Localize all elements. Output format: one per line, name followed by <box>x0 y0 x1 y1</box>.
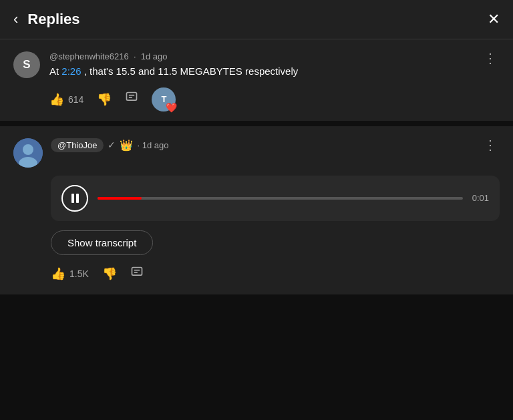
header-left: ‹ Replies <box>13 11 80 28</box>
comment-block: S @stephenwhite6216 · 1d ago At 2:26 , t… <box>0 39 513 121</box>
progress-track <box>98 197 463 200</box>
thumbs-down-icon: 👎 <box>97 92 112 107</box>
reply-header: @ThioJoe ✓ 👑 · 1d ago ⋮ <box>13 138 500 168</box>
reply-left: @ThioJoe ✓ 👑 · 1d ago <box>13 138 168 168</box>
reaction-avatar: T ❤️ <box>152 87 176 112</box>
comment-meta: @stephenwhite6216 · 1d ago <box>49 51 298 61</box>
comment-content: @stephenwhite6216 · 1d ago At 2:26 , tha… <box>49 51 298 79</box>
reply-thumbs-down-icon: 👎 <box>102 266 117 281</box>
close-button[interactable]: ✕ <box>488 11 500 28</box>
like-count: 614 <box>68 94 83 105</box>
time-display: 0:01 <box>472 193 489 203</box>
like-button[interactable]: 👍 614 <box>49 92 83 107</box>
progress-bar-container[interactable] <box>98 197 463 200</box>
reply-avatar[interactable] <box>13 138 43 168</box>
svg-point-4 <box>23 144 33 155</box>
reply-like-button[interactable]: 👍 1.5K <box>51 266 89 281</box>
thumbs-up-icon: 👍 <box>49 92 64 107</box>
timestamp-link[interactable]: 2:26 <box>61 65 81 77</box>
comment-left: S @stephenwhite6216 · 1d ago At 2:26 , t… <box>13 51 298 79</box>
avatar: S <box>13 51 40 78</box>
reply-meta-content: @ThioJoe ✓ 👑 · 1d ago <box>51 138 168 155</box>
page-title: Replies <box>27 11 79 28</box>
reply-block: @ThioJoe ✓ 👑 · 1d ago ⋮ 0:01 Show transc… <box>0 126 513 294</box>
comment-time: 1d ago <box>141 51 168 61</box>
heart-badge: ❤️ <box>166 102 177 113</box>
comment-actions: 👍 614 👎 T ❤️ <box>13 87 500 112</box>
comment-username[interactable]: @stephenwhite6216 <box>49 51 129 61</box>
reply-comment-icon <box>130 266 144 282</box>
verified-icon: ✓ <box>108 140 116 150</box>
reply-dislike-button[interactable]: 👎 <box>102 266 117 281</box>
pause-button[interactable] <box>61 185 88 212</box>
pause-icon <box>71 194 79 203</box>
back-button[interactable]: ‹ <box>13 12 18 27</box>
dislike-button[interactable]: 👎 <box>97 92 112 107</box>
comment-icon <box>125 91 138 108</box>
svg-rect-0 <box>127 93 137 101</box>
reply-like-count: 1.5K <box>69 268 89 279</box>
reply-time: · 1d ago <box>137 140 168 150</box>
comment-more-button[interactable]: ⋮ <box>481 51 500 65</box>
crown-icon: 👑 <box>120 139 133 152</box>
header: ‹ Replies ✕ <box>0 0 513 39</box>
comment-button[interactable] <box>125 91 138 108</box>
reply-comment-button[interactable] <box>130 266 144 282</box>
progress-fill <box>98 197 142 200</box>
reply-actions: 👍 1.5K 👎 <box>13 266 500 282</box>
svg-rect-6 <box>132 267 142 275</box>
reply-thumbs-up-icon: 👍 <box>51 266 65 281</box>
comment-header: S @stephenwhite6216 · 1d ago At 2:26 , t… <box>13 51 500 79</box>
reply-meta: @ThioJoe ✓ 👑 · 1d ago <box>51 138 168 152</box>
reply-more-button[interactable]: ⋮ <box>481 138 500 152</box>
comment-text: At 2:26 , that's 15.5 and 11.5 MEGABYTES… <box>49 64 298 79</box>
channel-badge[interactable]: @ThioJoe <box>51 138 104 152</box>
audio-player: 0:01 <box>51 176 500 221</box>
section-divider <box>0 121 513 126</box>
show-transcript-button[interactable]: Show transcript <box>51 230 153 255</box>
